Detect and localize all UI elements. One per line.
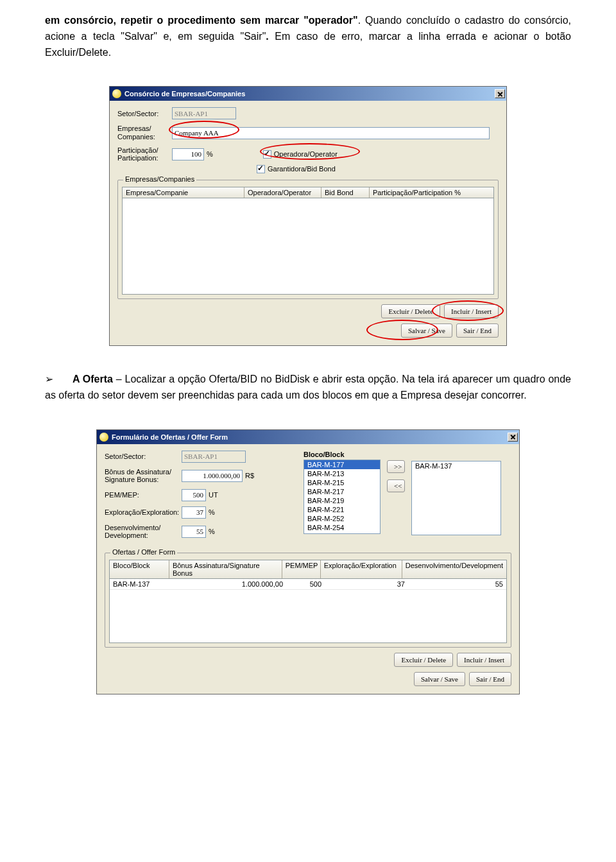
- partic-input[interactable]: [172, 148, 204, 160]
- list-item[interactable]: BAR-M-217: [304, 487, 380, 496]
- oferta-window: Formulário de Ofertas / Offer Form Setor…: [96, 429, 520, 695]
- td-dev: 55: [408, 579, 506, 589]
- label-setor: Setor/Sector:: [105, 453, 182, 461]
- list-item[interactable]: BAR-M-177: [304, 460, 380, 469]
- sair-button[interactable]: Sair / End: [469, 672, 511, 686]
- table-header: Empresa/Companie Operadora/Operator Bid …: [122, 187, 494, 198]
- list-item[interactable]: BAR-M-219: [304, 496, 380, 505]
- pem-unit: UT: [209, 491, 218, 499]
- salvar-button[interactable]: Salvar / Save: [401, 323, 452, 338]
- intro-bold-1: em consórcio, repetir o procedimento sem…: [45, 15, 358, 26]
- intro-paragraph: em consórcio, repetir o procedimento sem…: [45, 13, 571, 60]
- dev-input[interactable]: [182, 526, 206, 538]
- empresas-groupbox: Empresas/Companies Empresa/Companie Oper…: [117, 180, 499, 299]
- list-item[interactable]: BAR-M-256: [304, 532, 380, 534]
- incluir-button[interactable]: Incluir / Insert: [457, 653, 511, 667]
- label-expl: Exploração/Exploration:: [105, 508, 182, 516]
- titlebar[interactable]: Formulário de Ofertas / Offer Form: [97, 430, 519, 444]
- td-expl: 37: [325, 579, 408, 589]
- titlebar[interactable]: Consórcio de Empresas/Companies: [110, 87, 506, 101]
- th-dev[interactable]: Desenvolvimento/Development: [402, 560, 506, 578]
- label-bonus: Bônus de Assinatura/ Signature Bonus:: [105, 468, 182, 484]
- close-icon[interactable]: [508, 433, 518, 442]
- label-dev: Desenvolvimento/ Development:: [105, 524, 182, 540]
- list-item[interactable]: BAR-M-137: [412, 461, 501, 470]
- th-expl[interactable]: Exploração/Exploration: [321, 560, 402, 578]
- sair-button[interactable]: Sair / End: [456, 323, 499, 338]
- salvar-button[interactable]: Salvar / Save: [414, 672, 465, 686]
- checkbox-icon: [257, 165, 265, 173]
- oferta-paragraph: ➢A Oferta – Localizar a opção Oferta/BID…: [45, 372, 571, 404]
- th-empresa[interactable]: Empresa/Companie: [123, 187, 244, 198]
- td-pem: 500: [286, 579, 325, 589]
- list-item[interactable]: BAR-M-213: [304, 469, 380, 478]
- operadora-checkbox[interactable]: Operadora/Operator: [263, 150, 338, 159]
- checkbox-icon: [263, 150, 271, 159]
- move-left-button[interactable]: <<: [387, 479, 405, 492]
- excluir-button[interactable]: Excluir / Delete: [394, 653, 453, 667]
- bloco-selected-list[interactable]: BAR-M-137: [411, 461, 501, 535]
- setor-input: [182, 451, 246, 463]
- groupbox-legend: Empresas/Companies: [123, 175, 196, 183]
- label-partic: Participação/ Participation:: [117, 146, 172, 162]
- label-setor: Setor/Sector:: [117, 110, 172, 117]
- list-item[interactable]: BAR-M-215: [304, 478, 380, 487]
- bonus-input[interactable]: [182, 470, 243, 482]
- empresa-input[interactable]: [172, 127, 490, 139]
- bonus-unit: R$: [245, 472, 254, 479]
- incluir-button[interactable]: Incluir / Insert: [444, 304, 499, 318]
- consorcio-window: Consórcio de Empresas/Companies Setor/Se…: [109, 86, 507, 346]
- dev-unit: %: [209, 528, 215, 535]
- window-title: Formulário de Ofertas / Offer Form: [112, 433, 508, 441]
- th-pem[interactable]: PEM/MEP: [282, 560, 321, 578]
- bloco-available-list[interactable]: BAR-M-177 BAR-M-213 BAR-M-215 BAR-M-217 …: [304, 460, 381, 534]
- label-bloco: Bloco/Block: [304, 451, 381, 458]
- expl-unit: %: [209, 508, 215, 516]
- th-bonus[interactable]: Bônus Assinatura/Signature Bonus: [169, 560, 282, 578]
- table-row[interactable]: BAR-M-137 1.000.000,00 500 37 55: [110, 579, 506, 590]
- list-item[interactable]: BAR-M-252: [304, 514, 380, 523]
- ofertas-groupbox: Ofertas / Offer Form Bloco/Block Bônus A…: [105, 553, 511, 648]
- groupbox-legend: Ofertas / Offer Form: [110, 548, 177, 556]
- move-right-button[interactable]: >>: [387, 460, 405, 473]
- th-bloco[interactable]: Bloco/Block: [110, 560, 169, 578]
- label-pem: PEM/MEP:: [105, 491, 182, 499]
- table-body[interactable]: [122, 198, 494, 295]
- pem-input[interactable]: [182, 489, 206, 501]
- bidbond-label: Garantidora/Bid Bond: [268, 165, 336, 173]
- table-body[interactable]: BAR-M-137 1.000.000,00 500 37 55: [109, 579, 507, 643]
- th-operadora[interactable]: Operadora/Operator: [244, 187, 321, 198]
- th-participacao[interactable]: Participação/Participation %: [370, 187, 493, 198]
- operadora-label: Operadora/Operator: [274, 150, 338, 158]
- setor-input: [172, 107, 236, 119]
- td-bonus: 1.000.000,00: [171, 579, 286, 589]
- th-bidbond[interactable]: Bid Bond: [321, 187, 370, 198]
- bullet-arrow-icon: ➢: [45, 374, 53, 384]
- intro-bold-dot: .: [266, 31, 275, 42]
- td-bloco: BAR-M-137: [110, 579, 171, 589]
- partic-unit: %: [207, 150, 213, 158]
- label-empresas: Empresas/ Companies:: [117, 125, 172, 141]
- expl-input[interactable]: [182, 506, 206, 519]
- bidbond-checkbox[interactable]: Garantidora/Bid Bond: [257, 165, 336, 173]
- table-header: Bloco/Block Bônus Assinatura/Signature B…: [109, 560, 507, 579]
- list-item[interactable]: BAR-M-254: [304, 523, 380, 532]
- app-icon: [112, 89, 121, 98]
- list-item[interactable]: BAR-M-221: [304, 505, 380, 514]
- oferta-text: – Localizar a opção Oferta/BID no BidDis…: [45, 374, 571, 401]
- app-icon: [99, 433, 108, 442]
- close-icon[interactable]: [495, 89, 505, 98]
- excluir-button[interactable]: Excluir / Delete: [381, 304, 440, 318]
- oferta-bold: A Oferta: [73, 374, 113, 384]
- window-title: Consórcio de Empresas/Companies: [124, 90, 495, 98]
